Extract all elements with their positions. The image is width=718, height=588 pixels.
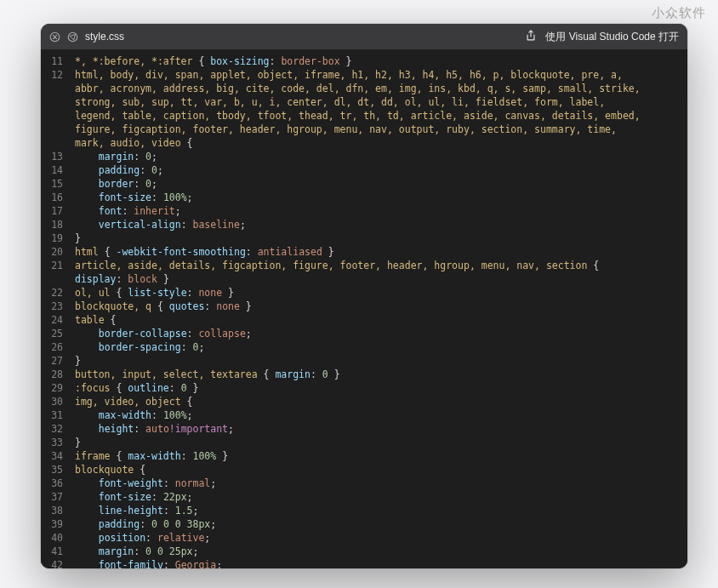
line-number-gutter: 1112131415161718192021222324252627282930… xyxy=(41,49,70,568)
quicklook-window: style.css 使用 Visual Studio Code 打开 11121… xyxy=(41,24,687,568)
fullscreen-icon[interactable] xyxy=(67,31,78,43)
watermark-text: 小众软件 xyxy=(652,5,706,21)
close-icon[interactable] xyxy=(49,31,60,43)
titlebar: style.css 使用 Visual Studio Code 打开 xyxy=(41,24,687,49)
code-editor[interactable]: 1112131415161718192021222324252627282930… xyxy=(41,49,687,568)
svg-point-1 xyxy=(68,32,77,42)
window-title: style.css xyxy=(85,31,124,43)
open-with-button[interactable]: 使用 Visual Studio Code 打开 xyxy=(545,30,679,44)
code-content: *, *:before, *:after { box-sizing: borde… xyxy=(70,49,687,568)
share-icon[interactable] xyxy=(525,30,537,44)
